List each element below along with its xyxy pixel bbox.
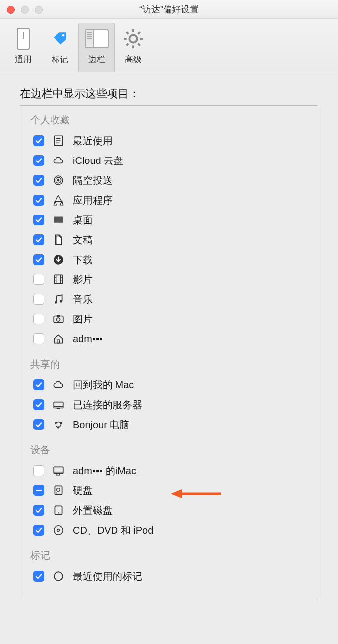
tab-sidebar[interactable]: 边栏 [78, 23, 115, 72]
checkbox-checked[interactable] [33, 175, 44, 186]
item-label: 硬盘 [73, 484, 93, 497]
item-label: 已连接的服务器 [73, 398, 142, 412]
desktop-icon [51, 213, 66, 227]
list-item: 下载 [30, 250, 308, 269]
item-label: 图片 [73, 313, 93, 326]
checkbox-checked[interactable] [33, 215, 44, 225]
content-header: 在边栏中显示这些项目： [20, 86, 318, 101]
checkbox-checked[interactable] [33, 195, 44, 206]
checkbox-checked[interactable] [33, 525, 44, 536]
tab-tags[interactable]: 标记 [42, 23, 78, 72]
tab-general[interactable]: 通用 [5, 23, 42, 72]
bonjour-icon [51, 418, 66, 431]
zoom-window-button[interactable] [35, 6, 43, 14]
toolbar: 通用 标记 边栏 高级 [0, 19, 338, 72]
ext-icon [51, 503, 66, 517]
item-label: adm▪▪▪ [73, 333, 103, 345]
checkbox-checked[interactable] [33, 399, 44, 410]
list-item: 隔空投送 [30, 170, 308, 190]
item-label: 外置磁盘 [73, 504, 113, 517]
pictures-icon [51, 312, 66, 326]
airdrop-icon [51, 173, 66, 187]
checkbox-checked[interactable] [33, 379, 44, 390]
checkbox-checked[interactable] [33, 571, 44, 582]
checkbox-checked[interactable] [33, 135, 44, 146]
sidebar-items-panel: 个人收藏 最近使用 iCloud 云盘 隔空投送 应用程序 桌面 文稿 下载 影… [20, 105, 318, 600]
list-item: adm▪▪▪ [30, 329, 308, 349]
movies-icon [51, 272, 66, 286]
cloud-icon [51, 378, 66, 392]
checkbox-checked[interactable] [33, 505, 44, 516]
tab-tags-label: 标记 [52, 54, 68, 65]
cd-icon [51, 523, 66, 537]
checkbox-checked[interactable] [33, 234, 44, 245]
checkbox-unchecked[interactable] [33, 294, 44, 305]
tab-advanced[interactable]: 高级 [115, 23, 152, 72]
checkbox-checked[interactable] [33, 419, 44, 430]
list-item: adm▪▪▪ 的iMac [30, 461, 308, 481]
section-header-shared: 共享的 [30, 358, 308, 371]
list-item: CD、DVD 和 iPod [30, 520, 308, 540]
checkbox-unchecked[interactable] [33, 274, 44, 285]
imac-icon [51, 464, 66, 478]
titlebar: “访达”偏好设置 [0, 0, 338, 19]
item-label: 应用程序 [73, 194, 113, 207]
list-item: 影片 [30, 269, 308, 289]
checkbox-unchecked[interactable] [33, 465, 44, 476]
tagcircle-icon [51, 569, 66, 583]
tab-sidebar-label: 边栏 [88, 54, 105, 65]
tag-icon [47, 25, 73, 52]
list-item: 桌面 [30, 210, 308, 230]
item-label: 回到我的 Mac [73, 378, 134, 392]
item-label: 最近使用的标记 [73, 570, 142, 583]
home-icon [51, 332, 66, 346]
gear-icon [120, 25, 147, 52]
list-item: iCloud 云盘 [30, 151, 308, 170]
apps-icon [51, 193, 66, 207]
server-icon [51, 398, 66, 412]
item-label: 桌面 [73, 214, 93, 227]
item-label: 影片 [73, 273, 93, 286]
recents-icon [51, 134, 66, 148]
close-window-button[interactable] [7, 6, 15, 14]
checkbox-checked[interactable] [33, 155, 44, 166]
list-item: 音乐 [30, 289, 308, 309]
list-item: 回到我的 Mac [30, 375, 308, 395]
section-header-favorites: 个人收藏 [30, 113, 308, 127]
item-label: CD、DVD 和 iPod [73, 524, 153, 537]
list-item: 外置磁盘 [30, 500, 308, 520]
checkbox-unchecked[interactable] [33, 333, 44, 344]
list-item: 最近使用 [30, 131, 308, 151]
section-header-devices: 设备 [30, 443, 308, 457]
item-label: 音乐 [73, 293, 93, 306]
sidebar-icon [83, 25, 110, 52]
item-label: 下载 [73, 253, 93, 267]
list-item: 硬盘 [30, 481, 308, 500]
tab-advanced-label: 高级 [125, 54, 142, 65]
list-item: 应用程序 [30, 190, 308, 210]
list-item: 图片 [30, 309, 308, 329]
item-label: Bonjour 电脑 [73, 418, 130, 431]
hdd-icon [51, 483, 66, 497]
item-label: 隔空投送 [73, 174, 113, 187]
item-label: iCloud 云盘 [73, 154, 123, 167]
switch-icon [10, 25, 37, 52]
minimize-window-button[interactable] [21, 6, 29, 14]
tab-general-label: 通用 [15, 54, 32, 65]
music-icon [51, 292, 66, 306]
checkbox-checked[interactable] [33, 254, 44, 265]
content: 在边栏中显示这些项目： 个人收藏 最近使用 iCloud 云盘 隔空投送 应用程… [0, 72, 338, 600]
list-item: 最近使用的标记 [30, 566, 308, 586]
section-header-tags: 标记 [30, 549, 308, 562]
item-label: adm▪▪▪ 的iMac [73, 464, 136, 478]
cloud-icon [51, 154, 66, 167]
downloads-icon [51, 253, 66, 267]
list-item: 已连接的服务器 [30, 395, 308, 415]
item-label: 最近使用 [73, 134, 113, 148]
list-item: Bonjour 电脑 [30, 415, 308, 434]
item-label: 文稿 [73, 233, 93, 247]
checkbox-unchecked[interactable] [33, 314, 44, 324]
checkbox-mixed[interactable] [33, 485, 44, 496]
documents-icon [51, 233, 66, 247]
window-title: “访达”偏好设置 [0, 3, 338, 15]
